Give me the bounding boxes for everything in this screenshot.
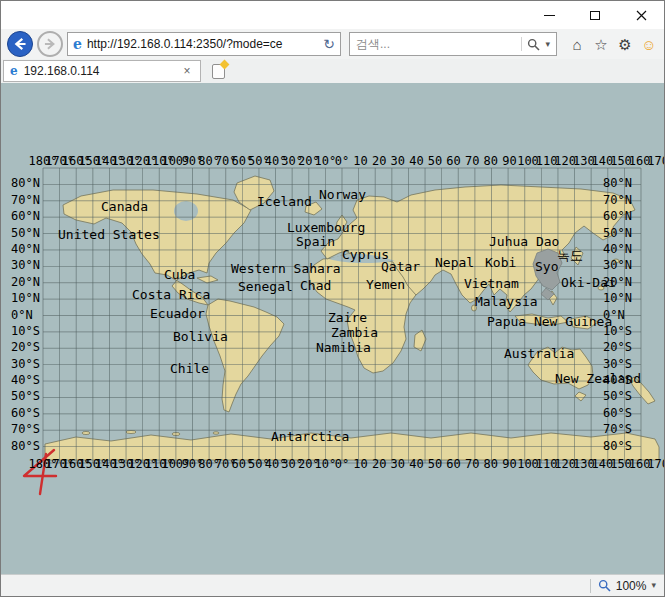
continent-australia — [528, 347, 593, 389]
island-madagascar — [414, 330, 426, 351]
minimize-icon — [544, 15, 555, 16]
close-icon — [636, 10, 647, 21]
zoom-icon — [598, 579, 611, 592]
home-button[interactable]: ⌂ — [565, 37, 589, 52]
tab-close-button[interactable]: × — [180, 64, 194, 78]
back-button[interactable] — [7, 31, 33, 57]
maximize-button[interactable] — [572, 1, 618, 29]
minimize-button[interactable] — [526, 1, 572, 29]
island-tasmania — [575, 392, 586, 401]
refresh-button[interactable]: ↻ — [323, 37, 335, 51]
status-divider — [590, 579, 591, 593]
continent-south-america — [206, 299, 284, 412]
back-arrow-icon — [8, 32, 32, 56]
page-favicon: e — [73, 37, 82, 51]
search-box[interactable]: 검색... ▾ — [349, 32, 557, 56]
browser-window: e http://192.168.0.114:2350/?mode=ce ↻ 검… — [0, 0, 665, 597]
search-icon[interactable] — [527, 38, 540, 51]
tab-title: 192.168.0.114 — [24, 64, 174, 78]
smiley-feedback-button[interactable]: ☺ — [637, 37, 661, 52]
island-sri-lanka — [472, 305, 477, 311]
favorites-button[interactable]: ☆ — [589, 37, 613, 52]
window-controls — [526, 1, 664, 29]
toolbar-icons: ⌂ ☆ ⚙ ☺ — [565, 32, 661, 56]
address-bar[interactable]: e http://192.168.0.114:2350/?mode=ce ↻ — [67, 32, 341, 56]
settings-button[interactable]: ⚙ — [613, 37, 637, 52]
page-content-map: 80°N80°N70°N70°N60°N60°N50°N50°N40°N40°N… — [1, 83, 664, 574]
zoom-level: 100% — [616, 579, 647, 593]
status-bar: 100% ▾ — [1, 574, 664, 596]
forward-button[interactable] — [37, 31, 63, 57]
search-dropdown-icon[interactable]: ▾ — [545, 40, 550, 49]
new-tab-icon — [212, 64, 225, 79]
subantarctic-island — [82, 432, 90, 435]
forward-arrow-icon — [39, 33, 61, 55]
titlebar — [1, 1, 664, 29]
subantarctic-island — [213, 432, 219, 434]
search-input[interactable]: 검색... — [356, 36, 516, 53]
world-map — [1, 83, 664, 574]
island-new-guinea — [571, 316, 598, 329]
zoom-dropdown-icon[interactable]: ▾ — [651, 581, 656, 590]
tab-bar: e 192.168.0.114 × — [1, 59, 664, 83]
tab-active[interactable]: e 192.168.0.114 × — [3, 60, 201, 82]
close-button[interactable] — [618, 1, 664, 29]
search-divider — [521, 37, 522, 51]
map-artifact-blob — [533, 249, 562, 290]
small-island — [613, 259, 619, 263]
island-iceland — [305, 202, 322, 215]
zoom-control[interactable]: 100% ▾ — [598, 579, 656, 593]
continent-north-america — [63, 190, 251, 305]
sea-hudson-bay — [174, 201, 198, 221]
maximize-icon — [590, 11, 600, 20]
new-tab-button[interactable] — [206, 62, 230, 80]
small-island — [598, 286, 604, 290]
subantarctic-island — [126, 431, 136, 434]
tab-favicon: e — [10, 65, 18, 77]
address-input[interactable]: http://192.168.0.114:2350/?mode=ce — [87, 37, 320, 51]
island-cuba — [197, 276, 218, 283]
navigation-bar: e http://192.168.0.114:2350/?mode=ce ↻ 검… — [1, 29, 664, 59]
